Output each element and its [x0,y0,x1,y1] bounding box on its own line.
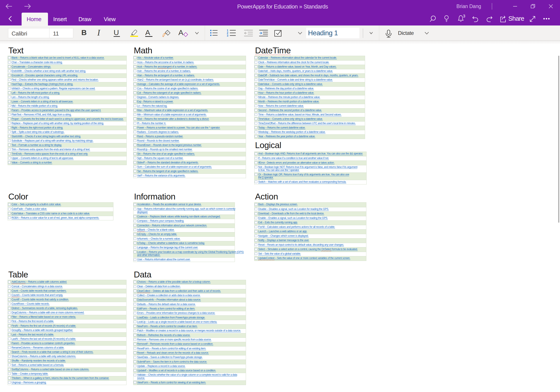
svg-text:3: 3 [463,14,465,18]
svg-text:3: 3 [227,34,228,37]
